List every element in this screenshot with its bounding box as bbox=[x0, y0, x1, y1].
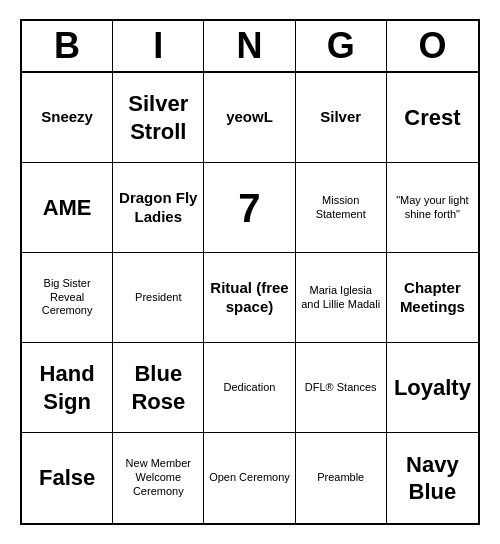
cell-text: False bbox=[39, 464, 95, 492]
bingo-cell: AME bbox=[22, 163, 113, 253]
header-letter: G bbox=[296, 21, 387, 71]
bingo-cell: Sneezy bbox=[22, 73, 113, 163]
cell-text: Open Ceremony bbox=[209, 471, 290, 485]
bingo-cell: Dragon Fly Ladies bbox=[113, 163, 204, 253]
bingo-header: BINGO bbox=[22, 21, 478, 73]
cell-text: Big Sister Reveal Ceremony bbox=[26, 277, 108, 318]
cell-text: President bbox=[135, 291, 181, 305]
bingo-cell: Loyalty bbox=[387, 343, 478, 433]
bingo-cell: Open Ceremony bbox=[204, 433, 295, 523]
cell-text: Dragon Fly Ladies bbox=[117, 189, 199, 227]
cell-text: Hand Sign bbox=[26, 360, 108, 415]
bingo-card: BINGO SneezySilver StrollyeowLSilverCres… bbox=[20, 19, 480, 525]
bingo-cell: Dedication bbox=[204, 343, 295, 433]
cell-text: DFL® Stances bbox=[305, 381, 377, 395]
cell-text: 7 bbox=[238, 183, 260, 233]
cell-text: Crest bbox=[404, 104, 460, 132]
bingo-cell: DFL® Stances bbox=[296, 343, 387, 433]
bingo-cell: Hand Sign bbox=[22, 343, 113, 433]
cell-text: Loyalty bbox=[394, 374, 471, 402]
bingo-cell: Ritual (free space) bbox=[204, 253, 295, 343]
cell-text: AME bbox=[43, 194, 92, 222]
bingo-cell: New Member Welcome Ceremony bbox=[113, 433, 204, 523]
header-letter: B bbox=[22, 21, 113, 71]
cell-text: Ritual (free space) bbox=[208, 279, 290, 317]
cell-text: Preamble bbox=[317, 471, 364, 485]
bingo-cell: Chapter Meetings bbox=[387, 253, 478, 343]
cell-text: Mission Statement bbox=[300, 194, 382, 222]
header-letter: N bbox=[204, 21, 295, 71]
bingo-cell: Maria Iglesia and Lillie Madali bbox=[296, 253, 387, 343]
cell-text: Dedication bbox=[224, 381, 276, 395]
bingo-cell: Crest bbox=[387, 73, 478, 163]
header-letter: I bbox=[113, 21, 204, 71]
bingo-cell: "May your light shine forth" bbox=[387, 163, 478, 253]
header-letter: O bbox=[387, 21, 478, 71]
cell-text: yeowL bbox=[226, 108, 273, 127]
bingo-cell: Mission Statement bbox=[296, 163, 387, 253]
bingo-cell: Blue Rose bbox=[113, 343, 204, 433]
bingo-cell: Big Sister Reveal Ceremony bbox=[22, 253, 113, 343]
cell-text: Navy Blue bbox=[391, 451, 474, 506]
cell-text: Silver Stroll bbox=[117, 90, 199, 145]
bingo-cell: False bbox=[22, 433, 113, 523]
bingo-cell: Silver bbox=[296, 73, 387, 163]
cell-text: Silver bbox=[320, 108, 361, 127]
cell-text: Sneezy bbox=[41, 108, 93, 127]
bingo-cell: President bbox=[113, 253, 204, 343]
bingo-cell: Silver Stroll bbox=[113, 73, 204, 163]
bingo-cell: yeowL bbox=[204, 73, 295, 163]
cell-text: New Member Welcome Ceremony bbox=[117, 457, 199, 498]
cell-text: Blue Rose bbox=[117, 360, 199, 415]
bingo-cell: Navy Blue bbox=[387, 433, 478, 523]
cell-text: Chapter Meetings bbox=[391, 279, 474, 317]
cell-text: "May your light shine forth" bbox=[391, 194, 474, 222]
bingo-cell: 7 bbox=[204, 163, 295, 253]
bingo-cell: Preamble bbox=[296, 433, 387, 523]
cell-text: Maria Iglesia and Lillie Madali bbox=[300, 284, 382, 312]
bingo-grid: SneezySilver StrollyeowLSilverCrestAMEDr… bbox=[22, 73, 478, 523]
